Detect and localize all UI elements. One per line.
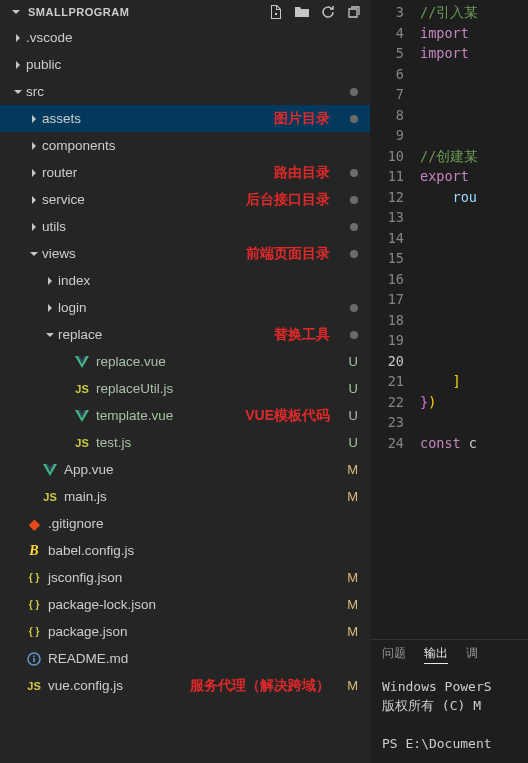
item-label: public	[26, 57, 61, 72]
folder-service[interactable]: service后台接口目录	[0, 186, 370, 213]
folder-public[interactable]: public	[0, 51, 370, 78]
json-icon: { }	[26, 570, 42, 586]
json-icon: { }	[26, 624, 42, 640]
folder-index[interactable]: index	[0, 267, 370, 294]
file-jsconfig-json[interactable]: { }jsconfig.jsonM	[0, 564, 370, 591]
item-label: replace.vue	[96, 354, 166, 369]
annotation: 图片目录	[274, 110, 330, 128]
item-label: test.js	[96, 435, 131, 450]
js-icon: JS	[74, 381, 90, 397]
file-explorer: SMALLPROGRAM .vscodepublicsrcassets图片目录c…	[0, 0, 370, 763]
babel-icon: B	[26, 543, 42, 559]
folder-views[interactable]: views前端页面目录	[0, 240, 370, 267]
file-replaceUtil-js[interactable]: JSreplaceUtil.jsU	[0, 375, 370, 402]
bottom-panel: 问题输出调 Windows PowerS 版权所有 (C) M PS E:\Do…	[370, 639, 528, 763]
annotation: VUE模板代码	[245, 407, 330, 425]
annotation: 路由目录	[274, 164, 330, 182]
item-label: main.js	[64, 489, 107, 504]
annotation: 前端页面目录	[246, 245, 330, 263]
panel-tabs: 问题输出调	[370, 640, 528, 667]
git-status: U	[349, 408, 358, 423]
git-status: M	[347, 624, 358, 639]
modified-dot-icon	[350, 88, 358, 96]
file-main-js[interactable]: JSmain.jsM	[0, 483, 370, 510]
git-status: U	[349, 435, 358, 450]
annotation: 服务代理（解决跨域）	[190, 677, 330, 695]
item-label: template.vue	[96, 408, 173, 423]
item-label: replace	[58, 327, 102, 342]
git-status: M	[347, 597, 358, 612]
terminal-output[interactable]: Windows PowerS 版权所有 (C) M PS E:\Document	[370, 667, 528, 763]
editor-pane: 3456789101112131415161718192021222324 //…	[370, 0, 528, 763]
panel-tab-1[interactable]: 输出	[424, 646, 448, 661]
collapse-all-icon[interactable]	[346, 4, 362, 20]
modified-dot-icon	[350, 250, 358, 258]
new-file-icon[interactable]	[268, 4, 284, 20]
file-vue-config-js[interactable]: JSvue.config.js服务代理（解决跨域）M	[0, 672, 370, 699]
file-package-lock-json[interactable]: { }package-lock.jsonM	[0, 591, 370, 618]
folder-src[interactable]: src	[0, 78, 370, 105]
file-template-vue[interactable]: template.vueVUE模板代码U	[0, 402, 370, 429]
panel-tab-0[interactable]: 问题	[382, 646, 406, 661]
json-icon: { }	[26, 597, 42, 613]
folder-utils[interactable]: utils	[0, 213, 370, 240]
code-content: //引入某import import //创建某export rou ]}) c…	[420, 0, 478, 639]
item-label: package.json	[48, 624, 128, 639]
js-icon: JS	[42, 489, 58, 505]
file-test-js[interactable]: JStest.jsU	[0, 429, 370, 456]
item-label: utils	[42, 219, 66, 234]
panel-tab-2[interactable]: 调	[466, 646, 478, 661]
vue-icon	[42, 462, 58, 478]
file-App-vue[interactable]: App.vueM	[0, 456, 370, 483]
item-label: assets	[42, 111, 81, 126]
file-README-md[interactable]: README.md	[0, 645, 370, 672]
git-status: M	[347, 489, 358, 504]
file-replace-vue[interactable]: replace.vueU	[0, 348, 370, 375]
chevron-down-icon	[8, 4, 24, 20]
modified-dot-icon	[350, 115, 358, 123]
modified-dot-icon	[350, 196, 358, 204]
annotation: 后台接口目录	[246, 191, 330, 209]
code-area[interactable]: 3456789101112131415161718192021222324 //…	[370, 0, 528, 639]
git-status: U	[349, 381, 358, 396]
folder-replace[interactable]: replace替换工具	[0, 321, 370, 348]
file-package-json[interactable]: { }package.jsonM	[0, 618, 370, 645]
explorer-header[interactable]: SMALLPROGRAM	[0, 0, 370, 24]
git-status: M	[347, 678, 358, 693]
folder-login[interactable]: login	[0, 294, 370, 321]
modified-dot-icon	[350, 304, 358, 312]
item-label: .vscode	[26, 30, 73, 45]
git-status: U	[349, 354, 358, 369]
item-label: views	[42, 246, 76, 261]
info-icon	[26, 651, 42, 667]
vue-icon	[74, 354, 90, 370]
js-icon: JS	[26, 678, 42, 694]
project-title: SMALLPROGRAM	[28, 6, 129, 18]
folder-components[interactable]: components	[0, 132, 370, 159]
vue-icon	[74, 408, 90, 424]
new-folder-icon[interactable]	[294, 4, 310, 20]
refresh-icon[interactable]	[320, 4, 336, 20]
folder-router[interactable]: router路由目录	[0, 159, 370, 186]
git-status: M	[347, 462, 358, 477]
item-label: login	[58, 300, 87, 315]
file--gitignore[interactable]: ◆.gitignore	[0, 510, 370, 537]
item-label: vue.config.js	[48, 678, 123, 693]
file-babel-config-js[interactable]: Bbabel.config.js	[0, 537, 370, 564]
item-label: components	[42, 138, 116, 153]
svg-rect-1	[33, 658, 35, 662]
item-label: package-lock.json	[48, 597, 156, 612]
item-label: service	[42, 192, 85, 207]
svg-rect-2	[33, 655, 35, 657]
folder-assets[interactable]: assets图片目录	[0, 105, 370, 132]
item-label: .gitignore	[48, 516, 104, 531]
item-label: index	[58, 273, 90, 288]
js-icon: JS	[74, 435, 90, 451]
folder--vscode[interactable]: .vscode	[0, 24, 370, 51]
item-label: README.md	[48, 651, 128, 666]
item-label: App.vue	[64, 462, 114, 477]
item-label: jsconfig.json	[48, 570, 122, 585]
modified-dot-icon	[350, 169, 358, 177]
annotation: 替换工具	[274, 326, 330, 344]
item-label: router	[42, 165, 77, 180]
